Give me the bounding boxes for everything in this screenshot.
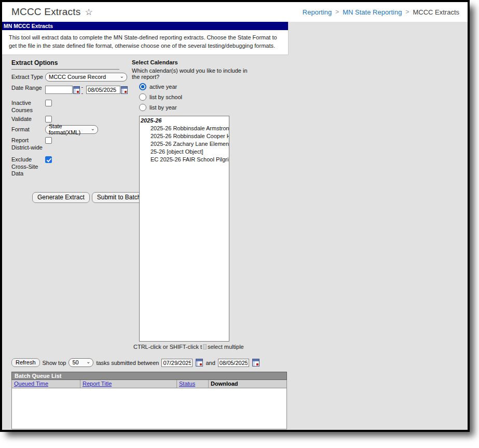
list-item[interactable]: 2025-26 Robbinsdale Cooper Hig bbox=[140, 132, 229, 140]
exclude-cross-site-label: Exclude Cross-Site Data bbox=[11, 155, 45, 178]
calendar-icon[interactable] bbox=[73, 86, 80, 94]
select-calendars-question: Which calendar(s) would you like to incl… bbox=[132, 67, 251, 80]
format-select[interactable]: State format(XML) ⌄ bbox=[45, 125, 98, 134]
content-area: MN MCCC Extracts This tool will extract … bbox=[2, 22, 468, 430]
multi-select-hint-prefix: CTRL-click or SHIFT-click t bbox=[133, 344, 202, 350]
radio-option-active-year[interactable]: active year bbox=[139, 83, 251, 90]
calendar-icon[interactable] bbox=[121, 86, 128, 94]
refresh-button[interactable]: Refresh bbox=[11, 358, 40, 367]
extract-options-section: Extract Options Extract Type MCCC Course… bbox=[11, 59, 127, 203]
generate-extract-button[interactable]: Generate Extract bbox=[32, 192, 90, 203]
list-by-school-radio[interactable] bbox=[139, 93, 146, 101]
show-top-value: 50 bbox=[72, 359, 78, 365]
column-header-queued-time[interactable]: Queued Time bbox=[12, 380, 80, 388]
batch-end-date-input[interactable] bbox=[218, 359, 249, 367]
exclude-cross-site-checkbox[interactable] bbox=[45, 156, 52, 163]
select-calendars-section: Select Calendars Which calendar(s) would… bbox=[132, 59, 251, 350]
calendar-group-label: 2025-26 bbox=[140, 116, 229, 124]
date-range-end-input[interactable] bbox=[86, 86, 120, 94]
radio-option-list-by-year[interactable]: list by year bbox=[139, 104, 251, 111]
format-value: State format(XML) bbox=[49, 123, 87, 135]
show-top-label: Show top bbox=[43, 360, 66, 366]
format-label: Format bbox=[11, 125, 45, 133]
batch-start-date-input[interactable] bbox=[161, 359, 193, 367]
list-by-school-radio-label: list by school bbox=[149, 94, 182, 100]
app-window: MCCC Extracts ☆ Reporting > MN State Rep… bbox=[0, 0, 470, 432]
column-header-download: Download bbox=[209, 380, 286, 388]
breadcrumb-current: MCCC Extracts bbox=[413, 8, 459, 16]
column-header-status[interactable]: Status bbox=[177, 380, 209, 388]
active-year-radio[interactable] bbox=[139, 83, 146, 90]
breadcrumb-link-mn-state-reporting[interactable]: MN State Reporting bbox=[343, 8, 402, 16]
breadcrumb-separator-icon: > bbox=[335, 8, 339, 16]
report-district-wide-label: Report District-wide bbox=[11, 136, 45, 152]
breadcrumb: Reporting > MN State Reporting > MCCC Ex… bbox=[303, 8, 459, 16]
tool-title-bar: MN MCCC Extracts bbox=[2, 22, 288, 30]
batch-queue-header-row: Queued Time Report Title Status Download bbox=[11, 380, 287, 388]
batch-queue-empty-body bbox=[11, 388, 287, 429]
date-range-label: Date Range bbox=[11, 84, 45, 92]
active-year-radio-label: active year bbox=[149, 84, 177, 90]
radio-option-list-by-school[interactable]: list by school bbox=[139, 93, 251, 101]
date-range-separator: -- bbox=[81, 84, 85, 96]
list-item[interactable]: 25-26 [object Object] bbox=[140, 147, 229, 155]
extract-options-heading: Extract Options bbox=[11, 59, 119, 70]
column-header-report-title[interactable]: Report Title bbox=[80, 380, 177, 388]
chevron-down-icon: ⌄ bbox=[86, 360, 90, 364]
list-item[interactable]: 2025-26 Zachary Lane Elementar bbox=[140, 140, 229, 147]
breadcrumb-separator-icon: > bbox=[405, 8, 409, 16]
validate-label: Validate bbox=[11, 115, 45, 123]
calendar-icon[interactable] bbox=[252, 359, 259, 366]
chevron-down-icon: ⌄ bbox=[91, 127, 95, 131]
list-item[interactable]: 2025-26 Robbinsdale Armstrong bbox=[140, 124, 229, 132]
tasks-submitted-between-label: tasks submitted between bbox=[96, 360, 159, 366]
tool-description-panel: MN MCCC Extracts This tool will extract … bbox=[2, 22, 289, 55]
extract-type-label: Extract Type bbox=[11, 73, 45, 81]
extract-type-value: MCCC Course Record bbox=[49, 74, 106, 80]
list-by-year-radio-label: list by year bbox=[149, 104, 177, 111]
tool-description: This tool will extract data to complete … bbox=[2, 30, 288, 55]
date-range-start-input[interactable] bbox=[45, 86, 73, 94]
batch-queue-controls: Refresh Show top 50 ⌄ tasks submitted be… bbox=[11, 358, 290, 367]
calendar-listbox[interactable]: 2025-26 2025-26 Robbinsdale Armstrong 20… bbox=[139, 116, 229, 342]
and-label: and bbox=[206, 360, 215, 366]
batch-queue-section: Refresh Show top 50 ⌄ tasks submitted be… bbox=[11, 358, 290, 429]
inactive-courses-label: Inactive Courses bbox=[11, 99, 45, 114]
list-by-year-radio[interactable] bbox=[139, 104, 146, 111]
validate-checkbox[interactable] bbox=[45, 116, 52, 123]
extract-type-select[interactable]: MCCC Course Record ⌄ bbox=[45, 73, 127, 82]
list-item[interactable]: EC 2025-26 FAIR School Pilgrim bbox=[140, 155, 229, 163]
page-title: MCCC Extracts bbox=[11, 6, 81, 18]
inactive-courses-checkbox[interactable] bbox=[45, 100, 52, 106]
missing-glyph-box bbox=[203, 344, 207, 349]
multi-select-hint-suffix: select multiple bbox=[208, 344, 244, 350]
calendar-icon[interactable] bbox=[196, 359, 203, 366]
show-top-select[interactable]: 50 ⌄ bbox=[69, 358, 93, 367]
select-calendars-heading: Select Calendars bbox=[132, 59, 251, 65]
batch-queue-list-title: Batch Queue List bbox=[11, 372, 287, 380]
report-district-wide-checkbox[interactable] bbox=[45, 137, 52, 144]
multi-select-hint: CTRL-click or SHIFT-click t select multi… bbox=[133, 344, 251, 350]
chevron-down-icon: ⌄ bbox=[120, 74, 124, 78]
breadcrumb-link-reporting[interactable]: Reporting bbox=[303, 8, 332, 16]
favorite-star-icon[interactable]: ☆ bbox=[85, 7, 93, 18]
page-header: MCCC Extracts ☆ Reporting > MN State Rep… bbox=[2, 2, 468, 22]
